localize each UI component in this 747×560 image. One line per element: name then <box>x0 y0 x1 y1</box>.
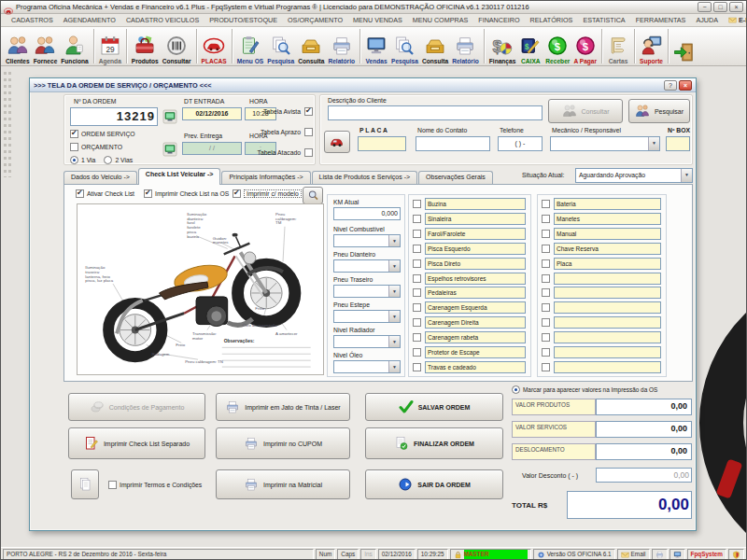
telefone-field[interactable]: ( ) - <box>498 136 543 151</box>
tab-check-list-veicular[interactable]: Check List Veicular -> <box>138 168 221 185</box>
imprimir-os-checkbox[interactable] <box>144 189 152 198</box>
level-select-nivel-combust-vel[interactable] <box>333 234 401 247</box>
ordem-servico-option[interactable]: ORDEM SERVIÇO <box>70 130 135 138</box>
level-select-pneu-estepe[interactable] <box>333 310 401 323</box>
toolbar-button-pesquisa[interactable]: Pesquisa <box>389 28 420 65</box>
ativar-checklist-checkbox[interactable] <box>76 189 84 198</box>
termos-doc-button[interactable] <box>71 469 99 499</box>
imprimir-modelo-option[interactable]: Imprimir c/ modelo <box>233 189 302 198</box>
checklist2-item-chave-reserva[interactable]: Chave Reserva <box>554 243 661 255</box>
checklist2-item-manual[interactable]: Manual <box>554 228 661 240</box>
checklist2-checkbox-11[interactable] <box>542 348 550 357</box>
via1-radio[interactable] <box>70 156 78 164</box>
checklist2-item-7[interactable] <box>554 287 661 299</box>
checklist2-item-9[interactable] <box>554 316 661 329</box>
order-close-button[interactable]: × <box>679 80 692 91</box>
toolbar-button-consulta[interactable]: Consulta <box>296 28 326 65</box>
checklist1-checkbox-buzina[interactable] <box>413 200 421 208</box>
tabela-checkbox-tabela-aprazo[interactable] <box>304 128 313 136</box>
menu-item-os-or-amento[interactable]: OS/ORÇAMENTO <box>283 15 347 25</box>
toolbar-button-caixa[interactable]: $CAIXA <box>517 28 543 65</box>
checklist2-checkbox-6[interactable] <box>542 274 550 283</box>
checklist2-item-11[interactable] <box>554 346 661 358</box>
status-printer[interactable] <box>652 549 668 560</box>
toolbar-button-pesquisa[interactable]: Pesquisa <box>265 28 296 65</box>
checklist1-checkbox-pisca-esquerdo[interactable] <box>413 245 421 253</box>
condicoes-pagamento-button[interactable]: Condições de Pagamento <box>68 393 205 421</box>
termos-checkbox[interactable] <box>108 481 117 489</box>
imprimir-modelo-checkbox[interactable] <box>233 189 241 198</box>
order-lookup-button[interactable] <box>162 109 177 124</box>
menu-item-produto-estoque[interactable]: PRODUTO/ESTOQUE <box>204 15 282 25</box>
checklist1-checkbox-travas-e-cadeado[interactable] <box>413 363 421 371</box>
checklist2-checkbox-manetes[interactable] <box>542 215 550 223</box>
menu-item-cadastros[interactable]: CADASTROS <box>7 15 58 25</box>
status-monitor[interactable] <box>669 549 685 560</box>
checklist1-checkbox-pedaleiras[interactable] <box>413 288 421 297</box>
situacao-select[interactable]: Aguardando Aprovação <box>575 168 693 183</box>
checklist1-item-protetor-de-escape[interactable]: Protetor de Escape <box>425 346 526 358</box>
tabela-checkbox-tabela-avista[interactable] <box>304 107 313 116</box>
menu-item-ajuda[interactable]: AJUDA <box>691 15 723 25</box>
toolbar-button-suporte[interactable]: Suporte <box>638 28 665 65</box>
finalizar-ordem-button[interactable]: FINALIZAR ORDEM <box>365 427 503 459</box>
cliente-field[interactable] <box>328 105 543 120</box>
salvar-ordem-button[interactable]: SALVAR ORDEM <box>365 393 503 421</box>
status-email[interactable]: Email <box>617 549 650 560</box>
imprimir-checklist-separado-button[interactable]: Imprimir Check List Separado <box>68 427 205 459</box>
checklist1-item-carenagem-rabeta[interactable]: Carenagem rabeta <box>425 331 526 343</box>
toolbar-button-produtos[interactable]: Produtos <box>130 28 161 65</box>
orcamento-option[interactable]: ORÇAMENTO <box>70 143 122 151</box>
checklist1-checkbox-espelhos-retrovisores[interactable] <box>413 274 421 283</box>
checklist2-item-12[interactable] <box>554 361 661 373</box>
toolbar-button-agenda[interactable]: 29Agenda <box>97 28 123 65</box>
toolbar-button-funciona[interactable]: Funciona <box>59 28 90 65</box>
imprimir-os-option[interactable]: Imprimir Check List na OS <box>144 189 229 198</box>
checklist1-checkbox-farol-farolete[interactable] <box>413 230 421 238</box>
toolbar-button-relat-rio[interactable]: Relatório <box>450 28 481 65</box>
checklist1-item-pedaleiras[interactable]: Pedaleiras <box>425 287 526 299</box>
toolbar-button-relat-rio[interactable]: Relatório <box>326 28 357 65</box>
toolbar-button-vendas[interactable]: Vendas <box>363 28 389 65</box>
toolbar-button-receber[interactable]: $Receber <box>543 28 571 65</box>
termos-option[interactable]: Imprimir Termos e Condições <box>108 481 202 489</box>
tabela-option-tabela-aprazo[interactable]: Tabela Aprazo <box>221 121 313 142</box>
menu-item-agendamento[interactable]: AGENDAMENTO <box>59 15 120 25</box>
checklist2-item-placa[interactable]: Placa <box>554 258 661 270</box>
menu-item-estatistica[interactable]: ESTATISTICA <box>578 15 629 25</box>
checklist1-checkbox-carenagem-direita[interactable] <box>413 318 421 327</box>
toolbar-button-exit[interactable] <box>671 28 698 65</box>
placa-button[interactable] <box>324 131 350 153</box>
close-button[interactable]: × <box>729 2 743 12</box>
menu-item-ferramentas[interactable]: FERRAMENTAS <box>631 15 691 25</box>
placa-field[interactable] <box>358 136 406 151</box>
modelo-search-button[interactable] <box>303 187 323 204</box>
toolbar-button-menu-os[interactable]: Menu OS <box>235 28 266 65</box>
checklist1-item-pisca-esquerdo[interactable]: Pisca Esquerdo <box>425 243 526 255</box>
restore-button[interactable]: □ <box>713 2 727 12</box>
checklist1-item-farol-farolete[interactable]: Farol/Farolete <box>425 228 526 240</box>
menu-item-cadastro-veiculos[interactable]: CADASTRO VEICULOS <box>121 15 204 25</box>
checklist2-item-manetes[interactable]: Manetes <box>554 213 661 225</box>
checklist1-item-buzina[interactable]: Buzina <box>425 198 526 210</box>
menu-item-menu-vendas[interactable]: MENU VENDAS <box>348 15 407 25</box>
tabela-option-tabela-atacado[interactable]: Tabela Atacado <box>221 142 313 162</box>
checklist2-item-8[interactable] <box>554 301 661 314</box>
checklist1-item-sinaleira[interactable]: Sinaleira <box>425 213 526 225</box>
level-select-nivel-radiador[interactable] <box>333 335 401 348</box>
tab-lista-de-produtos-e-servi-os[interactable]: Lista de Produtos e Serviços -> <box>312 171 417 185</box>
toolbar-button-a-pagar[interactable]: $A Pagar <box>571 28 599 65</box>
checklist1-item-carenagem-esquerda[interactable]: Carenagem Esquerda <box>425 301 526 314</box>
level-select-nivel-leo[interactable] <box>333 360 401 373</box>
checklist1-item-espelhos-retrovisores[interactable]: Espelhos retrovisores <box>425 273 526 285</box>
checklist1-checkbox-sinaleira[interactable] <box>413 215 421 223</box>
checklist2-checkbox-placa[interactable] <box>542 259 550 268</box>
toolbar-button-placas[interactable]: PLACAS <box>200 28 229 65</box>
level-select-pneu-traseiro[interactable] <box>333 285 401 298</box>
desconto-field[interactable]: 0,00 <box>596 468 692 483</box>
checklist2-checkbox-8[interactable] <box>542 303 550 312</box>
ordem-number-field[interactable]: 13219 <box>70 107 158 126</box>
consultar-button[interactable]: Consultar <box>548 99 623 123</box>
toolbar-button-consulta[interactable]: Consulta <box>420 28 450 65</box>
checklist2-checkbox-7[interactable] <box>542 288 550 297</box>
